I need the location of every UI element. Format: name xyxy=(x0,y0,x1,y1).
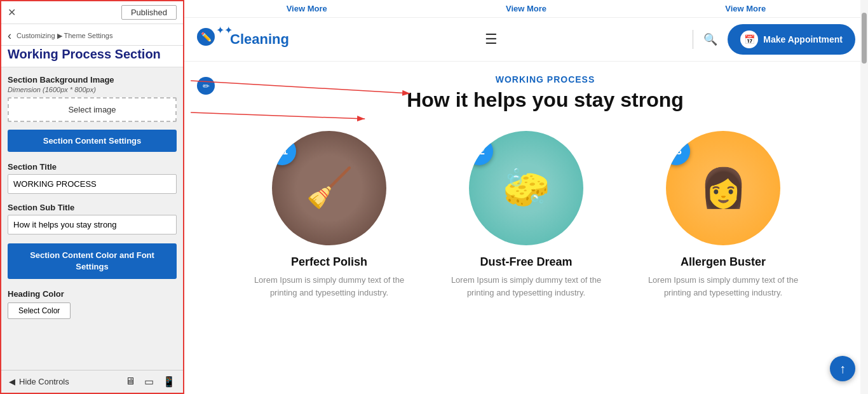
site-navbar: ✏️ ✦✦ Cleaning ☰ 🔍 📅 Make Appointment xyxy=(184,18,868,62)
chevron-left-icon: ◀ xyxy=(9,377,15,386)
desktop-icon[interactable]: 🖥 xyxy=(125,376,135,388)
preview-area: View More View More View More ✏️ ✦✦ Clea… xyxy=(184,0,868,394)
service-card-2: 02 🧽 Dust-Free Dream Lorem Ipsum is simp… xyxy=(437,131,615,299)
scroll-up-fab[interactable]: ↑ xyxy=(830,356,855,381)
bg-image-label: Section Background Image xyxy=(8,75,177,85)
section-content: ✏ WORKING PROCESS How it helps you stay … xyxy=(184,62,868,341)
published-status: Published xyxy=(121,5,177,20)
select-image-button[interactable]: Select image xyxy=(8,97,177,122)
section-heading: How it helps you stay strong xyxy=(248,88,843,112)
site-logo: ✏️ ✦✦ Cleaning xyxy=(197,28,289,51)
service-card-1: 01 🧹 Perfect Polish Lorem Ipsum is simpl… xyxy=(240,131,418,299)
heading-color-label: Heading Color xyxy=(8,289,177,299)
hide-controls-label: Hide Controls xyxy=(19,377,69,386)
close-button[interactable]: ✕ xyxy=(8,6,16,18)
svg-line-2 xyxy=(191,112,365,119)
card-desc-1: Lorem Ipsum is simply dummy text of the … xyxy=(240,274,418,299)
color-font-settings-button[interactable]: Section Content Color and Font Settings xyxy=(8,243,177,279)
scrollbar[interactable] xyxy=(860,0,868,394)
breadcrumb: Customizing ▶ Theme Settings xyxy=(17,32,112,40)
select-color-button[interactable]: Select Color xyxy=(8,302,71,319)
panel-nav: ‹ Customizing ▶ Theme Settings xyxy=(1,24,183,46)
back-button[interactable]: ‹ xyxy=(8,29,11,43)
card-number-3: 03 xyxy=(666,137,690,165)
navbar-right: 🔍 📅 Make Appointment xyxy=(693,24,855,55)
card-title-1: Perfect Polish xyxy=(240,255,418,269)
view-more-link-1[interactable]: View More xyxy=(287,4,327,13)
tablet-icon[interactable]: ▭ xyxy=(144,376,154,388)
card-number-2: 02 xyxy=(469,137,493,165)
panel-title: Working Process Section xyxy=(1,46,183,67)
view-more-link-2[interactable]: View More xyxy=(506,4,546,13)
cards-row: 01 🧹 Perfect Polish Lorem Ipsum is simpl… xyxy=(210,131,843,299)
hide-controls-button[interactable]: ◀ Hide Controls xyxy=(9,377,69,386)
service-card-3: 03 👩 Allergen Buster Lorem Ipsum is simp… xyxy=(634,131,812,299)
card-number-1: 01 xyxy=(272,137,296,165)
logo-icon-wrapper: ✏️ ✦✦ xyxy=(197,28,226,51)
top-links-bar: View More View More View More xyxy=(184,0,868,18)
section-content-settings-button[interactable]: Section Content Settings xyxy=(8,130,177,152)
view-more-link-3[interactable]: View More xyxy=(725,4,766,13)
mobile-icon[interactable]: 📱 xyxy=(163,376,175,388)
navbar-divider xyxy=(693,30,693,49)
section-tag: WORKING PROCESS xyxy=(248,74,843,85)
left-panel: ✕ Published ‹ Customizing ▶ Theme Settin… xyxy=(0,0,184,394)
make-appointment-button[interactable]: 📅 Make Appointment xyxy=(728,24,855,55)
scrollbar-thumb xyxy=(862,13,867,64)
logo-circle: ✏️ xyxy=(197,28,215,46)
edit-section-button[interactable]: ✏ xyxy=(197,77,215,95)
panel-body: Section Background Image Dimension (1600… xyxy=(1,67,183,370)
site-logo-text: Cleaning xyxy=(230,31,289,48)
panel-footer: ◀ Hide Controls 🖥 ▭ 📱 xyxy=(1,370,183,393)
card-image-2: 02 🧽 xyxy=(469,131,583,245)
calendar-icon: 📅 xyxy=(740,31,758,48)
card-title-3: Allergen Buster xyxy=(634,255,812,269)
card-desc-2: Lorem Ipsum is simply dummy text of the … xyxy=(437,274,615,299)
sparkles-icon: ✦✦ xyxy=(216,24,233,36)
card-image-3: 03 👩 xyxy=(666,131,780,245)
card-desc-3: Lorem Ipsum is simply dummy text of the … xyxy=(634,274,812,299)
make-appt-label: Make Appointment xyxy=(763,34,843,44)
card-title-2: Dust-Free Dream xyxy=(437,255,615,269)
search-icon[interactable]: 🔍 xyxy=(703,32,717,46)
hamburger-menu[interactable]: ☰ xyxy=(485,31,498,48)
section-title-label: Section Title xyxy=(8,162,177,172)
bg-image-dimension: Dimension (1600px * 800px) xyxy=(8,86,177,93)
card-image-1: 01 🧹 xyxy=(272,131,386,245)
section-subtitle-label: Section Sub Title xyxy=(8,203,177,212)
top-bar: ✕ Published xyxy=(1,1,183,24)
section-subtitle-input[interactable] xyxy=(8,215,177,234)
device-icons: 🖥 ▭ 📱 xyxy=(125,376,175,388)
section-title-input[interactable] xyxy=(8,174,177,194)
